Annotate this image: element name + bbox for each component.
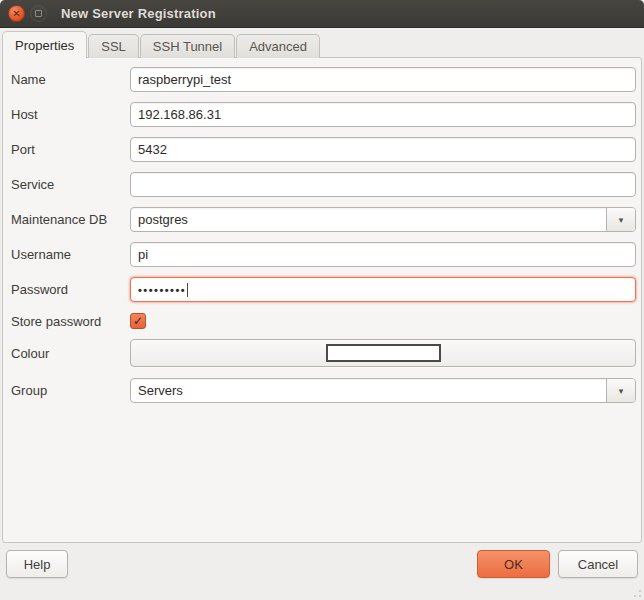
name-input[interactable]: raspberrypi_test [130,67,636,92]
dropdown-arrow-icon[interactable]: ▾ [606,208,635,231]
password-input[interactable]: ••••••••• [130,277,636,302]
cancel-button[interactable]: Cancel [558,550,638,578]
maintenance-db-label: Maintenance DB [11,212,130,227]
dialog-window: ✕ New Server Registration Properties SSL… [0,0,644,600]
maintenance-db-select[interactable]: postgres ▾ [130,207,636,232]
host-label: Host [11,107,130,122]
host-value: 192.168.86.31 [138,107,221,122]
username-row: Username pi [11,242,636,267]
help-button[interactable]: Help [6,550,68,578]
tab-bar: Properties SSL SSH Tunnel Advanced [2,31,321,58]
ok-button[interactable]: OK [477,550,550,578]
store-password-checkbox[interactable]: ✓ [130,313,146,329]
text-cursor [187,283,188,297]
group-value: Servers [131,383,606,398]
tab-ssl[interactable]: SSL [88,34,139,58]
name-value: raspberrypi_test [138,72,231,87]
close-button[interactable]: ✕ [8,5,25,22]
username-value: pi [138,247,148,262]
username-input[interactable]: pi [130,242,636,267]
colour-label: Colour [11,346,130,361]
colour-row: Colour [11,339,636,367]
store-password-label: Store password [11,314,130,329]
maximize-icon [35,10,42,17]
tab-properties[interactable]: Properties [2,31,87,58]
service-input[interactable] [130,172,636,197]
host-input[interactable]: 192.168.86.31 [130,102,636,127]
name-label: Name [11,72,130,87]
password-label: Password [11,282,130,297]
group-select[interactable]: Servers ▾ [130,378,636,403]
service-row: Service [11,172,636,197]
titlebar: ✕ New Server Registration [0,0,644,28]
port-row: Port 5432 [11,137,636,162]
tab-ssh-tunnel[interactable]: SSH Tunnel [140,34,235,58]
dropdown-arrow-icon[interactable]: ▾ [606,379,635,402]
tab-advanced[interactable]: Advanced [236,34,320,58]
port-value: 5432 [138,142,167,157]
close-icon: ✕ [12,9,20,19]
properties-panel: Name raspberrypi_test Host 192.168.86.31… [2,57,642,543]
maintenance-db-value: postgres [131,212,606,227]
password-masked-value: ••••••••• [138,284,186,296]
maximize-button[interactable] [30,5,47,22]
store-password-row: Store password ✓ [11,312,636,330]
colour-picker-button[interactable] [130,339,636,367]
checkmark-icon: ✓ [133,315,143,327]
name-row: Name raspberrypi_test [11,67,636,92]
port-input[interactable]: 5432 [130,137,636,162]
port-label: Port [11,142,130,157]
password-row: Password ••••••••• [11,277,636,302]
service-label: Service [11,177,130,192]
maintenance-db-row: Maintenance DB postgres ▾ [11,207,636,232]
group-row: Group Servers ▾ [11,378,636,403]
username-label: Username [11,247,130,262]
window-title: New Server Registration [61,6,216,21]
resize-grip[interactable] [629,585,641,597]
group-label: Group [11,383,130,398]
colour-swatch [326,344,441,362]
host-row: Host 192.168.86.31 [11,102,636,127]
